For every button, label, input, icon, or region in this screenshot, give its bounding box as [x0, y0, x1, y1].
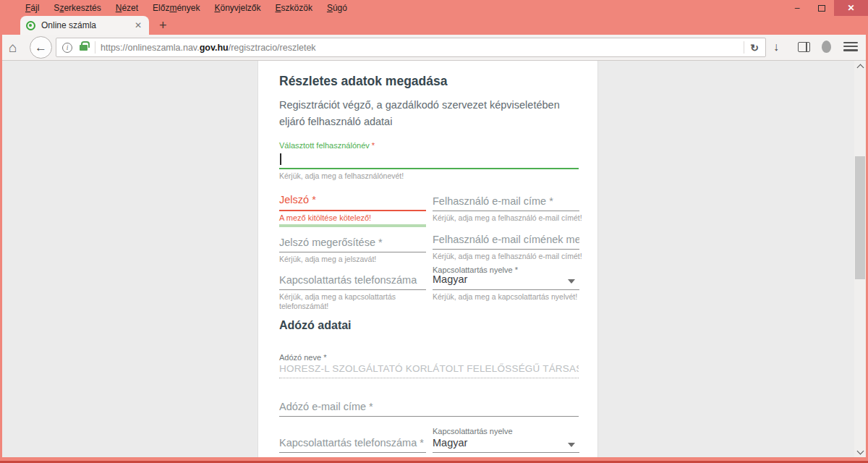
- page-info-icon[interactable]: i: [62, 43, 72, 53]
- reload-icon[interactable]: ↻: [750, 42, 759, 54]
- back-button[interactable]: ←: [30, 36, 52, 59]
- menu-help[interactable]: Súgó: [320, 1, 354, 15]
- password-confirm-input[interactable]: [279, 252, 426, 252]
- tab-close-icon[interactable]: ✕: [133, 20, 143, 30]
- downloads-icon[interactable]: ↓: [773, 41, 779, 54]
- tab-bar: Online számla ✕ +: [0, 16, 868, 35]
- taxpayer-phone-label: Kapcsolattartás telefonszáma *: [279, 437, 426, 449]
- contact-phone-input[interactable]: [279, 289, 426, 290]
- ssl-lock-icon[interactable]: [80, 45, 88, 51]
- home-icon[interactable]: ⌂: [9, 40, 17, 56]
- hamburger-menu-icon[interactable]: [843, 42, 858, 51]
- minimize-button[interactable]: –: [785, 0, 809, 16]
- contact-language-helper: Kérjük, adja meg a kapcsolattartás nyelv…: [433, 292, 579, 301]
- site-favicon-icon: [26, 21, 35, 30]
- user-email-helper: Kérjük, adja meg a felhasználó e-mail cí…: [433, 213, 579, 222]
- urlbar-divider: [95, 41, 95, 54]
- tab-title: Online számla: [41, 20, 133, 30]
- taxpayer-language-label: Kapcsolattartás nyelve: [433, 427, 579, 436]
- sidebar-icon[interactable]: [798, 42, 810, 52]
- taxpayer-phone-input[interactable]: [279, 452, 426, 453]
- taxpayer-section-title: Adózó adatai: [279, 319, 352, 332]
- user-email-input[interactable]: [433, 211, 579, 211]
- contact-language-underline: [433, 289, 579, 290]
- maximize-button[interactable]: [809, 0, 834, 16]
- user-email-confirm-input[interactable]: [433, 249, 579, 250]
- user-email-label: Felhasználó e-mail címe *: [433, 195, 579, 207]
- taxpayer-email-input[interactable]: [279, 416, 579, 417]
- password-label: Jelszó *: [279, 194, 426, 205]
- contact-phone-label: Kapcsolattartás telefonszáma: [279, 274, 426, 286]
- extension-shield-icon[interactable]: [822, 41, 831, 53]
- scroll-down-icon[interactable]: [857, 448, 864, 455]
- menu-bookmarks[interactable]: Könyvjelzők: [208, 1, 267, 15]
- window-controls: – ✕: [785, 0, 868, 16]
- navigation-toolbar: ⌂ ← i https://onlineszamla.nav.gov.hu/re…: [2, 35, 866, 61]
- contact-phone-helper: Kérjük, adja meg a kapcsolattartás telef…: [279, 292, 413, 311]
- contact-language-select[interactable]: Magyar: [433, 273, 579, 285]
- new-tab-button[interactable]: +: [155, 17, 171, 33]
- page-subtitle: Regisztrációt végző, a gazdálkodó szerve…: [279, 97, 586, 130]
- maximize-icon: [818, 5, 825, 12]
- menu-edit[interactable]: Szerkesztés: [47, 1, 107, 15]
- page-title: Részletes adatok megadása: [279, 74, 447, 89]
- username-helper: Kérjük, adja meg a felhasználónevét!: [279, 171, 404, 180]
- taxpayer-name-disabled-input: [279, 378, 579, 378]
- urlbar-divider: [744, 41, 744, 54]
- taxpayer-name-label: Adózó neve *: [279, 353, 326, 362]
- password-error-highlight: [279, 224, 426, 227]
- scrollbar-thumb[interactable]: [855, 156, 865, 279]
- menu-tools[interactable]: Eszközök: [269, 1, 319, 15]
- taxpayer-email-label: Adózó e-mail címe *: [279, 401, 579, 412]
- username-label: Választott felhasználónév *: [279, 141, 375, 150]
- close-window-button[interactable]: ✕: [834, 0, 868, 16]
- password-confirm-helper: Kérjük, adja meg a jelszavát!: [279, 255, 426, 263]
- password-input[interactable]: [279, 210, 426, 211]
- text-caret: [280, 153, 281, 165]
- taxpayer-language-underline: [433, 452, 579, 453]
- taxpayer-language-select[interactable]: Magyar: [433, 437, 579, 449]
- page-content: Részletes adatok megadása Regisztrációt …: [2, 61, 866, 457]
- user-email-confirm-label: Felhasználó e-mail címének meger…: [433, 234, 579, 245]
- back-arrow-icon: ←: [35, 41, 47, 55]
- menu-view[interactable]: Nézet: [109, 1, 145, 15]
- chevron-down-icon[interactable]: [568, 279, 575, 284]
- url-bar[interactable]: i https://onlineszamla.nav.gov.hu/regisz…: [56, 38, 766, 57]
- menu-bar: Fájl Szerkesztés Nézet Előzmények Könyvj…: [19, 0, 354, 16]
- user-email-confirm-helper: Kérjük, adja meg a felhasználó e-mail cí…: [433, 252, 579, 260]
- menu-history[interactable]: Előzmények: [146, 1, 206, 15]
- vertical-scrollbar[interactable]: [854, 61, 866, 457]
- scroll-up-icon[interactable]: [857, 64, 864, 72]
- tab-online-szamla[interactable]: Online számla ✕: [20, 16, 149, 35]
- form-card: Részletes adatok megadása Regisztrációt …: [258, 61, 598, 457]
- menu-file[interactable]: Fájl: [19, 1, 46, 15]
- chevron-down-icon[interactable]: [568, 443, 575, 447]
- username-input[interactable]: [279, 168, 579, 169]
- url-text[interactable]: https://onlineszamla.nav.gov.hu/regisztr…: [101, 43, 316, 53]
- taxpayer-name-value: HORESZ-L SZOLGÁLTATÓ KORLÁTOLT FELELŐSSÉ…: [279, 363, 579, 374]
- password-error-text: A mező kitöltése kötelező!: [279, 213, 426, 222]
- browser-window: Fájl Szerkesztés Nézet Előzmények Könyvj…: [0, 0, 868, 463]
- password-confirm-label: Jelszó megerősítése *: [279, 237, 426, 248]
